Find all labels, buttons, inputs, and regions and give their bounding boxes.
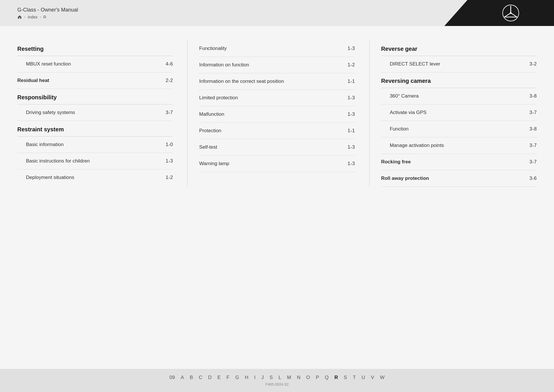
breadcrumb-current: R: [43, 15, 46, 19]
item-360-camera-label: 360° Camera: [390, 93, 527, 99]
footer-nav-j[interactable]: J: [261, 375, 264, 380]
section-roll-away-label: Roll away protection: [381, 176, 527, 181]
section-residual-heat[interactable]: Residual heat 2›2: [17, 72, 173, 89]
item-protection-page: 1›1: [347, 128, 355, 134]
item-protection[interactable]: Protection 1›1: [199, 123, 355, 139]
section-roll-away-page: 3›6: [529, 176, 537, 181]
footer-nav-a[interactable]: A: [181, 375, 184, 380]
item-basic-children[interactable]: Basic instructions for children 1›3: [17, 153, 173, 169]
footer-nav-09[interactable]: 09: [169, 375, 175, 380]
breadcrumb-sep-1: ›: [24, 15, 25, 19]
footer-nav-b[interactable]: B: [190, 375, 193, 380]
footer-nav-l[interactable]: L: [278, 375, 281, 380]
footer-nav-v[interactable]: V: [371, 375, 374, 380]
section-rocking-free[interactable]: Rocking free 3›7: [381, 154, 537, 170]
item-correct-seat[interactable]: Information on the correct seat position…: [199, 73, 355, 90]
item-limited-protection[interactable]: Limited protection 1›3: [199, 90, 355, 106]
item-activate-gps-label: Activate via GPS: [390, 110, 527, 115]
footer-nav-d[interactable]: D: [208, 375, 212, 380]
item-direct-select-page: 3›2: [529, 61, 537, 67]
item-info-function-page: 1›2: [347, 62, 355, 68]
item-info-function[interactable]: Information on function 1›2: [199, 57, 355, 73]
section-rocking-free-label: Rocking free: [381, 159, 527, 165]
item-self-test[interactable]: Self-test 1›3: [199, 139, 355, 156]
section-residual-heat-page: 2›2: [166, 78, 173, 83]
item-functionality[interactable]: Functionality 1›3: [199, 40, 355, 57]
item-360-camera-page: 3›8: [529, 93, 537, 99]
item-deployment-label: Deployment situations: [26, 175, 163, 180]
item-self-test-label: Self-test: [199, 144, 345, 150]
item-basic-info-label: Basic information: [26, 142, 163, 148]
footer-nav: 09 A B C D E F G H I J S L M N O P Q R S…: [169, 375, 384, 380]
item-malfunction-page: 1›3: [347, 111, 355, 117]
item-manage-activation-label: Manage activation points: [390, 143, 527, 148]
breadcrumb-index[interactable]: Index: [28, 15, 38, 19]
item-360-camera[interactable]: 360° Camera 3›8: [381, 88, 537, 104]
section-resetting: Resetting: [17, 40, 173, 56]
footer-nav-o[interactable]: O: [306, 375, 310, 380]
item-functionality-page: 1›3: [347, 46, 355, 51]
footer-nav-n[interactable]: N: [297, 375, 300, 380]
footer-nav-f[interactable]: F: [227, 375, 229, 380]
column-1: Resetting MBUX reset function 4›6 Residu…: [17, 40, 188, 187]
home-icon[interactable]: [17, 15, 22, 19]
footer-nav-u[interactable]: U: [362, 375, 365, 380]
item-malfunction[interactable]: Malfunction 1›3: [199, 106, 355, 123]
section-responsibility: Responsibility: [17, 89, 173, 104]
item-correct-seat-page: 1›1: [347, 79, 355, 84]
section-restraint: Restraint system: [17, 121, 173, 137]
breadcrumb-sep-2: ›: [40, 15, 41, 19]
section-reverse-gear: Reverse gear: [381, 40, 537, 56]
footer-nav-h[interactable]: H: [245, 375, 248, 380]
page-header: G-Class - Owner's Manual › Index › R: [0, 0, 554, 26]
item-functionality-label: Functionality: [199, 46, 345, 51]
column-2: Functionality 1›3 Information on functio…: [199, 40, 369, 187]
footer-nav-q[interactable]: Q: [325, 375, 329, 380]
item-basic-children-label: Basic instructions for children: [26, 158, 163, 164]
footer-nav-t[interactable]: T: [353, 375, 356, 380]
section-rocking-free-page: 3›7: [529, 159, 537, 165]
item-manage-activation[interactable]: Manage activation points 3›7: [381, 137, 537, 154]
item-basic-children-page: 1›3: [166, 158, 173, 164]
item-driving-safety-page: 3›7: [166, 110, 173, 115]
footer-nav-r[interactable]: R: [334, 375, 338, 380]
footer-nav-w[interactable]: W: [380, 375, 385, 380]
item-malfunction-label: Malfunction: [199, 111, 345, 117]
footer-nav-s[interactable]: S: [269, 375, 273, 380]
item-activate-gps[interactable]: Activate via GPS 3›7: [381, 104, 537, 121]
section-residual-heat-label: Residual heat: [17, 78, 163, 83]
mercedes-logo: [502, 4, 519, 22]
column-3: Reverse gear DIRECT SELECT lever 3›2 Rev…: [381, 40, 537, 187]
item-warning-lamp[interactable]: Warning lamp 1›3: [199, 156, 355, 172]
footer-nav-c[interactable]: C: [199, 375, 202, 380]
footer-nav-i[interactable]: I: [254, 375, 256, 380]
main-content: Resetting MBUX reset function 4›6 Residu…: [0, 26, 554, 369]
header-left: G-Class - Owner's Manual › Index › R: [0, 3, 96, 23]
item-function[interactable]: Function 3›8: [381, 121, 537, 137]
item-manage-activation-page: 3›7: [529, 143, 537, 148]
item-deployment[interactable]: Deployment situations 1›2: [17, 169, 173, 186]
item-mbux-reset[interactable]: MBUX reset function 4›6: [17, 56, 173, 72]
item-mbux-reset-page: 4›6: [166, 61, 173, 67]
item-self-test-page: 1›3: [347, 144, 355, 150]
footer-doc-id: F465 0024 02: [265, 382, 289, 387]
item-warning-lamp-page: 1›3: [347, 161, 355, 167]
footer-nav-m[interactable]: M: [287, 375, 291, 380]
footer-nav-p[interactable]: P: [316, 375, 319, 380]
item-limited-protection-page: 1›3: [347, 95, 355, 101]
item-driving-safety[interactable]: Driving safety systems 3›7: [17, 104, 173, 121]
item-limited-protection-label: Limited protection: [199, 95, 345, 101]
item-correct-seat-label: Information on the correct seat position: [199, 79, 345, 84]
item-protection-label: Protection: [199, 128, 345, 134]
item-basic-info[interactable]: Basic information 1›0: [17, 137, 173, 153]
item-direct-select[interactable]: DIRECT SELECT lever 3›2: [381, 56, 537, 72]
svg-point-1: [510, 12, 512, 14]
item-mbux-reset-label: MBUX reset function: [26, 61, 163, 67]
header-triangle-decoration: [444, 0, 467, 26]
header-brand-area: [467, 0, 554, 26]
item-driving-safety-label: Driving safety systems: [26, 110, 163, 115]
section-roll-away[interactable]: Roll away protection 3›6: [381, 170, 537, 187]
footer-nav-e[interactable]: E: [217, 375, 220, 380]
footer-nav-g[interactable]: G: [235, 375, 239, 380]
footer-nav-s2[interactable]: S: [344, 375, 347, 380]
